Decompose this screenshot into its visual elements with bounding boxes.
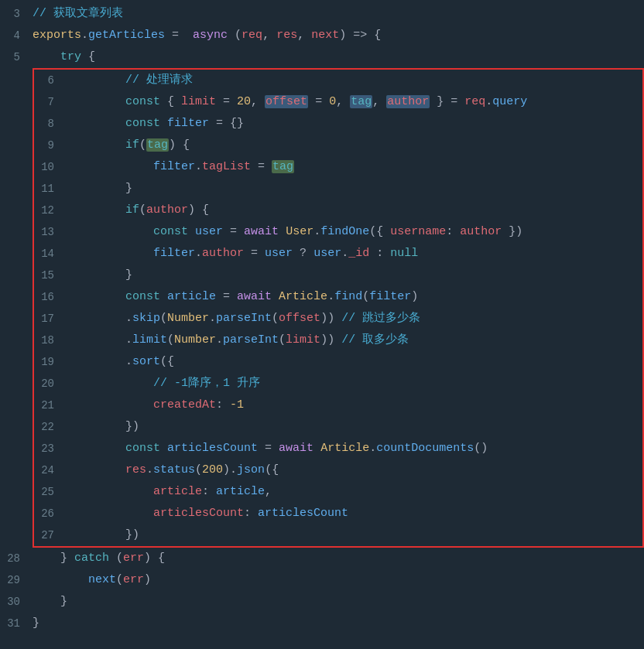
- line-num-22: 22: [34, 416, 67, 438]
- line-6: 6 // 处理请求: [34, 70, 642, 91]
- line-31: 31 }: [0, 613, 644, 634]
- line-content-21: createdAt: -1: [67, 395, 642, 416]
- line-content-12: if(author) {: [67, 200, 642, 221]
- line-num-18: 18: [34, 330, 67, 351]
- line-num-25: 25: [34, 481, 67, 503]
- line-num-3: 3: [0, 3, 33, 25]
- line-num-30: 30: [0, 591, 33, 613]
- line-19: 19 .sort({: [34, 351, 642, 373]
- line-11: 11 }: [34, 178, 642, 200]
- line-26: 26 articlesCount: articlesCount: [34, 503, 642, 524]
- line-num-15: 15: [34, 265, 67, 286]
- line-num-13: 13: [34, 221, 67, 243]
- highlighted-block: 6 // 处理请求 7 const { limit = 20, offset =…: [33, 68, 644, 548]
- line-content-9: if(tag) {: [67, 135, 642, 156]
- line-content-8: const filter = {}: [67, 113, 642, 135]
- line-num-31: 31: [0, 613, 33, 634]
- line-22: 22 }): [34, 416, 642, 438]
- line-content-20: // -1降序，1 升序: [67, 373, 642, 395]
- line-content-31: }: [33, 613, 644, 634]
- line-content-28: } catch (err) {: [33, 548, 644, 569]
- line-12: 12 if(author) {: [34, 200, 642, 221]
- line-num-5: 5: [0, 46, 33, 68]
- line-content-18: .limit(Number.parseInt(limit)) // 取多少条: [67, 330, 642, 351]
- line-num-19: 19: [34, 351, 67, 373]
- line-content-26: articlesCount: articlesCount: [67, 503, 642, 524]
- line-num-20: 20: [34, 373, 67, 395]
- line-4: 4 exports.getArticles = async (req, res,…: [0, 25, 644, 46]
- line-content-22: }): [67, 416, 642, 438]
- line-content-3: // 获取文章列表: [33, 3, 644, 25]
- code-editor: 3 // 获取文章列表 4 exports.getArticles = asyn…: [0, 0, 644, 649]
- line-num-24: 24: [34, 459, 67, 481]
- line-7: 7 const { limit = 20, offset = 0, tag, a…: [34, 91, 642, 113]
- line-content-30: }: [33, 591, 644, 613]
- line-content-27: }): [67, 524, 642, 546]
- line-num-9: 9: [34, 135, 67, 156]
- line-content-17: .skip(Number.parseInt(offset)) // 跳过多少条: [67, 308, 642, 330]
- line-27: 27 }): [34, 524, 642, 546]
- line-content-4: exports.getArticles = async (req, res, n…: [33, 25, 644, 46]
- line-content-23: const articlesCount = await Article.coun…: [67, 438, 642, 459]
- line-num-11: 11: [34, 178, 67, 200]
- line-num-12: 12: [34, 200, 67, 221]
- line-29: 29 next(err): [0, 569, 644, 591]
- line-num-10: 10: [34, 156, 67, 178]
- line-num-8: 8: [34, 113, 67, 135]
- line-num-28: 28: [0, 548, 33, 569]
- line-num-21: 21: [34, 395, 67, 416]
- line-17: 17 .skip(Number.parseInt(offset)) // 跳过多…: [34, 308, 642, 330]
- line-9: 9 if(tag) {: [34, 135, 642, 156]
- line-content-5: try {: [33, 46, 644, 68]
- line-content-13: const user = await User.findOne({ userna…: [67, 221, 642, 243]
- line-num-29: 29: [0, 569, 33, 591]
- line-content-6: // 处理请求: [67, 70, 642, 91]
- line-content-24: res.status(200).json({: [67, 459, 642, 481]
- line-8: 8 const filter = {}: [34, 113, 642, 135]
- line-3: 3 // 获取文章列表: [0, 3, 644, 25]
- line-num-4: 4: [0, 25, 33, 46]
- line-5: 5 try {: [0, 46, 644, 68]
- line-num-26: 26: [34, 503, 67, 524]
- line-content-15: }: [67, 265, 642, 286]
- line-16: 16 const article = await Article.find(fi…: [34, 286, 642, 308]
- line-num-7: 7: [34, 91, 67, 113]
- line-content-7: const { limit = 20, offset = 0, tag, aut…: [67, 91, 642, 113]
- line-content-14: filter.author = user ? user._id : null: [67, 243, 642, 265]
- line-content-16: const article = await Article.find(filte…: [67, 286, 642, 308]
- line-content-19: .sort({: [67, 351, 642, 373]
- line-21: 21 createdAt: -1: [34, 395, 642, 416]
- line-num-14: 14: [34, 243, 67, 265]
- line-content-29: next(err): [33, 569, 644, 591]
- line-num-16: 16: [34, 286, 67, 308]
- line-25: 25 article: article,: [34, 481, 642, 503]
- line-num-23: 23: [34, 438, 67, 459]
- line-13: 13 const user = await User.findOne({ use…: [34, 221, 642, 243]
- line-14: 14 filter.author = user ? user._id : nul…: [34, 243, 642, 265]
- line-18: 18 .limit(Number.parseInt(limit)) // 取多少…: [34, 330, 642, 351]
- line-content-11: }: [67, 178, 642, 200]
- line-28: 28 } catch (err) {: [0, 548, 644, 569]
- line-num-6: 6: [34, 70, 67, 91]
- line-24: 24 res.status(200).json({: [34, 459, 642, 481]
- line-15: 15 }: [34, 265, 642, 286]
- line-content-10: filter.tagList = tag: [67, 156, 642, 178]
- line-20: 20 // -1降序，1 升序: [34, 373, 642, 395]
- line-30: 30 }: [0, 591, 644, 613]
- line-10: 10 filter.tagList = tag: [34, 156, 642, 178]
- line-num-17: 17: [34, 308, 67, 330]
- line-23: 23 const articlesCount = await Article.c…: [34, 438, 642, 459]
- line-num-27: 27: [34, 524, 67, 546]
- line-content-25: article: article,: [67, 481, 642, 503]
